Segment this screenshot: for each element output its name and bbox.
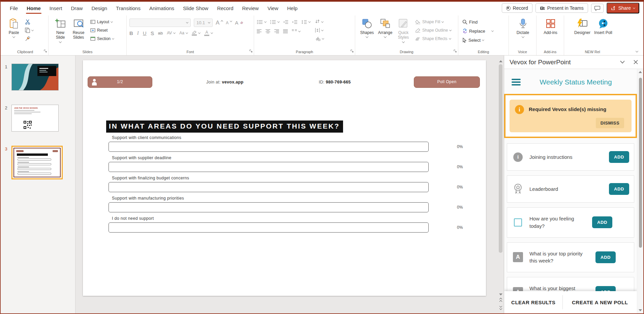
align-text-button[interactable] [315, 27, 324, 34]
quick-styles-dropdown-chevron-icon[interactable] [402, 40, 405, 43]
paste-dropdown-chevron-icon[interactable] [12, 35, 15, 38]
shapes-button[interactable]: Shapes [358, 16, 376, 38]
pane-scroll-down-arrow-icon[interactable] [639, 309, 642, 311]
font-name-combobox[interactable] [129, 19, 191, 27]
menu-tab-view[interactable]: View [263, 2, 283, 14]
previous-slide-button[interactable] [500, 298, 502, 303]
decrease-indent-button[interactable] [283, 19, 288, 25]
slide-2-thumbnail[interactable]: JOIN THE VEVOX SESSION [11, 105, 59, 132]
poll-option-bar[interactable] [109, 202, 429, 212]
add-button[interactable]: ADD [609, 151, 629, 163]
menu-hamburger-icon[interactable] [512, 79, 521, 85]
font-dialog-launcher[interactable] [249, 48, 252, 54]
highlight-color-button[interactable] [192, 30, 200, 36]
add-button[interactable]: ADD [595, 251, 616, 263]
cut-button[interactable] [25, 19, 33, 25]
task-pane-chevron-down-icon[interactable] [620, 61, 625, 64]
dismiss-button[interactable]: DISMISS [596, 118, 624, 128]
underline-button[interactable]: U [143, 31, 147, 36]
shapes-dropdown-chevron-icon[interactable] [366, 35, 368, 38]
collapse-ribbon-chevron-icon[interactable] [636, 49, 638, 52]
clear-formatting-button[interactable]: A [235, 20, 243, 26]
clipboard-dialog-launcher[interactable] [44, 48, 47, 54]
align-center-button[interactable] [266, 28, 271, 35]
layout-button[interactable]: Layout [90, 19, 114, 25]
menu-tab-file[interactable]: File [5, 2, 22, 14]
shape-effects-button[interactable]: Shape Effects [415, 35, 451, 42]
comments-button[interactable] [591, 4, 604, 13]
reuse-slides-button[interactable]: Reuse Slides [69, 16, 88, 40]
section-dropdown-chevron-icon[interactable] [112, 37, 114, 39]
copy-button[interactable] [25, 27, 33, 34]
font-size-combobox[interactable]: 10.1 [194, 19, 213, 27]
add-button[interactable]: ADD [592, 216, 612, 228]
font-color-button[interactable]: A [204, 30, 213, 36]
replace-button[interactable]: Replace [462, 28, 493, 34]
increase-indent-button[interactable] [292, 19, 298, 25]
share-button[interactable]: Share [607, 3, 639, 13]
menu-tab-slide-show[interactable]: Slide Show [179, 2, 213, 14]
convert-to-smartart-button[interactable] [315, 35, 324, 42]
slide-1-thumbnail[interactable] [11, 64, 59, 91]
select-dropdown-chevron-icon[interactable] [482, 38, 484, 41]
format-painter-button[interactable] [25, 35, 33, 42]
numbering-button[interactable] [270, 19, 279, 25]
copy-dropdown-chevron-icon[interactable] [31, 29, 34, 31]
change-case-button[interactable]: Aa [179, 30, 188, 36]
task-pane-close-icon[interactable] [634, 60, 638, 64]
section-button[interactable]: Section [90, 35, 114, 42]
text-shadow-button[interactable]: S [151, 31, 154, 36]
scrollbar-track[interactable] [498, 62, 503, 293]
increase-font-size-button[interactable]: A [216, 20, 223, 26]
next-slide-button[interactable] [500, 306, 502, 310]
pane-scrollbar-thumb[interactable] [639, 78, 642, 248]
menu-tab-animations[interactable]: Animations [145, 2, 179, 14]
poll-option-bar[interactable] [109, 182, 429, 192]
italic-button[interactable]: I [137, 31, 139, 36]
menu-tab-help[interactable]: Help [283, 2, 302, 14]
paragraph-dialog-launcher[interactable] [350, 48, 354, 54]
pane-scroll-up-arrow-icon[interactable] [639, 71, 642, 73]
designer-button[interactable]: Designer [573, 16, 591, 35]
select-button[interactable]: Select [462, 37, 493, 43]
menu-tab-insert[interactable]: Insert [45, 2, 67, 14]
poll-option-bar[interactable] [109, 162, 429, 172]
text-direction-button[interactable] [315, 19, 324, 25]
find-button[interactable]: Find [462, 19, 493, 25]
insert-poll-button[interactable]: Insert Poll [594, 16, 612, 35]
menu-tab-home[interactable]: Home [22, 2, 45, 14]
quick-styles-button[interactable]: Quick Styles [394, 16, 412, 43]
strikethrough-button[interactable]: ab [158, 31, 163, 35]
align-right-button[interactable] [274, 28, 279, 35]
columns-button[interactable] [292, 28, 300, 35]
reset-button[interactable]: Reset [90, 27, 114, 34]
clear-results-button[interactable]: CLEAR RESULTS [504, 300, 562, 305]
layout-dropdown-chevron-icon[interactable] [111, 20, 113, 23]
dictate-dropdown-chevron-icon[interactable] [521, 35, 524, 38]
create-new-poll-button[interactable]: CREATE A NEW POLL [563, 300, 637, 305]
menu-tab-transitions[interactable]: Transitions [112, 2, 145, 14]
current-slide[interactable]: 1/2 Join at: vevox.app ID: 980-769-665 P… [83, 60, 486, 296]
line-spacing-button[interactable] [301, 19, 310, 25]
arrange-button[interactable]: Arrange [376, 16, 394, 38]
justify-button[interactable] [283, 28, 288, 35]
present-in-teams-button[interactable]: Present in Teams [535, 3, 588, 13]
slide-scrollbar[interactable] [498, 60, 503, 312]
task-pane-scrollbar[interactable] [637, 69, 643, 313]
drawing-dialog-launcher[interactable] [454, 48, 457, 54]
shape-fill-button[interactable]: Shape Fill [415, 19, 451, 25]
slide-3-thumbnail[interactable] [13, 148, 61, 177]
bold-button[interactable]: B [129, 31, 133, 36]
replace-dropdown-chevron-icon[interactable] [491, 29, 494, 32]
addins-button[interactable]: Add-ins [542, 16, 560, 35]
share-dropdown-chevron-icon[interactable] [633, 6, 635, 9]
scrollbar-thumb[interactable] [499, 64, 502, 253]
record-button[interactable]: Record [502, 3, 532, 13]
decrease-font-size-button[interactable]: A [226, 20, 232, 26]
new-slide-dropdown-chevron-icon[interactable] [59, 40, 62, 43]
add-button[interactable]: ADD [609, 183, 629, 195]
arrange-dropdown-chevron-icon[interactable] [384, 35, 387, 38]
paste-button[interactable]: Paste [5, 16, 23, 38]
menu-tab-record[interactable]: Record [213, 2, 238, 14]
align-left-button[interactable] [257, 28, 262, 35]
